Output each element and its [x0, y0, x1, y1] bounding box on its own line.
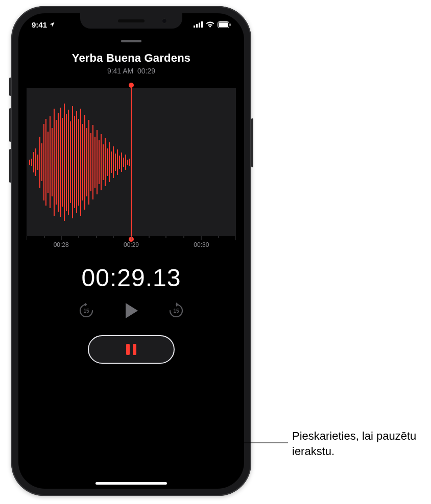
- svg-rect-3: [201, 21, 203, 28]
- svg-rect-6: [230, 23, 231, 26]
- svg-rect-0: [194, 26, 195, 28]
- speaker-grille: [118, 19, 145, 22]
- notch: [80, 13, 182, 29]
- svg-rect-2: [199, 23, 200, 28]
- battery-icon: [218, 21, 231, 28]
- svg-rect-5: [219, 22, 228, 27]
- location-icon: [49, 21, 55, 28]
- svg-rect-1: [196, 24, 198, 28]
- callout-text: Pieskarieties, lai pauzētu ierakstu.: [292, 429, 420, 459]
- cellular-icon: [194, 21, 203, 28]
- wifi-icon: [206, 21, 214, 28]
- front-camera: [162, 18, 167, 23]
- status-time: 9:41: [32, 20, 47, 29]
